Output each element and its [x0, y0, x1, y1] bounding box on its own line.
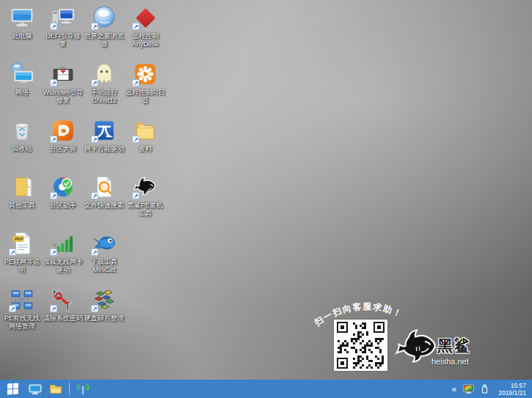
shortcut-arrow-icon: ↗ [132, 192, 139, 199]
shortcut-arrow-icon: ↗ [50, 192, 57, 199]
desktop-icon-network[interactable]: 网络 [1, 61, 43, 117]
heisha-logo-text: 黑鲨 [437, 336, 471, 356]
partition-assistant-icon: ↗ [50, 174, 76, 200]
desktop-icon-this-pc[interactable]: 此电脑 [1, 4, 43, 61]
desktop-icon-recycle-bin[interactable]: 回收站 [1, 117, 43, 174]
boot-repair-toolbox-icon: ↗ [50, 61, 76, 87]
icon-label: UEFI引导修复 [43, 32, 84, 48]
shortcut-arrow-icon: ↗ [91, 305, 98, 312]
pe-desktop-screen: 此电脑 ↗ UEFI引导修复 ↗ 世界之窗浏览器 ↗ 远程控制AnyDesk [0, 0, 532, 398]
display-resolution-icon [463, 383, 474, 394]
heisha-site-text: heisha.net [431, 357, 469, 366]
desktop-icon-world-browser[interactable]: ↗ 世界之窗浏览器 [84, 4, 125, 61]
shortcut-arrow-icon: ↗ [50, 136, 57, 143]
icon-label: 黑鲨PE装机工具 [125, 202, 166, 218]
icon-label: 手动运行Ghost12 [84, 89, 125, 105]
quicklaunch-explorer-button[interactable] [45, 380, 66, 398]
shortcut-arrow-icon: ↗ [91, 23, 98, 30]
qr-finder-icon [337, 358, 348, 369]
wan-driver-icon: ↗ [91, 117, 117, 144]
icon-label: 远程控制AnyDesk [125, 32, 166, 48]
start-button[interactable] [0, 380, 25, 398]
shortcut-arrow-icon: ↗ [91, 136, 98, 143]
desktop-icon-diskgenius[interactable]: ↗ 分区大师 [43, 117, 84, 174]
shortcut-arrow-icon: ↗ [91, 79, 98, 86]
desktop-icon-clear-password[interactable]: NT ↗ 清除系统密码 [43, 287, 84, 343]
display-settings-tray-button[interactable] [463, 383, 474, 394]
desktop-icon-miniget[interactable]: ↗ 下载工具MiniGet [84, 230, 125, 287]
desktop-icon-pe-network-manager[interactable]: ↗ PE有线无线网络管理 [1, 287, 43, 343]
icon-label: 加载无线网卡驱动 [43, 258, 84, 274]
computer-icon [9, 4, 35, 31]
shortcut-arrow-icon: ↗ [132, 79, 139, 86]
desktop-icon-heisha-pe-installer[interactable]: ↗ 黑鲨PE装机工具 [125, 174, 166, 230]
qr-finder-icon [337, 322, 348, 333]
desktop-icon-uefi-repair[interactable]: ↗ UEFI引导修复 [43, 4, 84, 61]
desktop-icon-file-search[interactable]: ↗ 文件快速搜索 [84, 174, 125, 230]
desktop-icon-other-tools[interactable]: 其他工具 [1, 174, 43, 230]
recycle-bin-icon [9, 117, 35, 144]
open-folder-icon [9, 174, 35, 200]
shortcut-arrow-icon: ↗ [91, 192, 98, 199]
taskbar-clock[interactable]: 15:57 2019/1/21 [495, 382, 526, 397]
shortcut-arrow-icon: ↗ [9, 305, 16, 312]
quicklaunch-computer-button[interactable] [25, 380, 45, 398]
icon-label: 下载工具MiniGet [84, 258, 125, 274]
svg-text:PDF: PDF [15, 237, 23, 241]
desktop-icon-nic-universal-driver[interactable]: ↗ 网卡万能驱动 [84, 117, 125, 174]
ghost-icon: ↗ [91, 61, 117, 87]
network-manage-icon: ↗ [9, 287, 35, 313]
desktop-icon-grid: 此电脑 ↗ UEFI引导修复 ↗ 世界之窗浏览器 ↗ 远程控制AnyDesk [1, 4, 166, 343]
clock-time: 15:57 [511, 382, 526, 389]
icon-label: 其他工具 [9, 202, 35, 210]
tray-expand-chevron[interactable]: « [450, 385, 458, 394]
desktop-icon-anydesk[interactable]: ↗ 远程控制AnyDesk [125, 4, 166, 61]
shortcut-arrow-icon: ↗ [50, 23, 57, 30]
desktop-icon-sunlogin[interactable]: ↗ 远程控制向日葵 [125, 61, 166, 117]
anydesk-icon: ↗ [132, 4, 158, 31]
defrag-icon: ↗ [91, 287, 117, 313]
icon-label: 远程控制向日葵 [125, 89, 166, 105]
miniget-fish-icon: ↗ [91, 230, 117, 257]
uefi-repair-icon: ↗ [50, 4, 76, 31]
shortcut-arrow-icon: ↗ [132, 23, 139, 30]
icon-label: 分区大师 [50, 145, 76, 153]
desktop-icon-disk-defrag[interactable]: ↗ 硬盘碎片整理 [84, 287, 125, 343]
icon-label: 网络 [15, 89, 29, 97]
icon-label: Widnows引导修复 [43, 89, 84, 105]
desktop-icon-pe-network-readme[interactable]: PDF ↗ PE联网等说明 [1, 230, 43, 287]
wireless-tool-button[interactable] [73, 380, 93, 398]
icon-label: 清除系统密码 [43, 314, 83, 323]
sunlogin-icon: ↗ [132, 61, 158, 87]
folder-icon [49, 383, 62, 396]
icon-label: 世界之窗浏览器 [84, 32, 125, 48]
heisha-shark-icon: ↗ [132, 174, 158, 200]
shortcut-arrow-icon: ↗ [50, 79, 57, 86]
network-icon [9, 61, 35, 87]
icon-label: 此电脑 [12, 32, 32, 40]
icon-label: 文件快速搜索 [84, 202, 124, 210]
usb-device-icon [479, 383, 490, 394]
icon-label: PE有线无线网络管理 [1, 314, 43, 331]
icon-label: 网卡万能驱动 [84, 145, 124, 153]
wifi-signal-bars-icon: ↗ [50, 230, 76, 257]
desktop-icon-data-folder[interactable]: ↗ 资料 [125, 117, 166, 174]
desktop-icon-windows-boot-repair[interactable]: ↗ Widnows引导修复 [43, 61, 84, 117]
file-search-icon: ↗ [91, 174, 117, 200]
taskbar-separator [69, 383, 70, 395]
windows-logo-icon [7, 383, 18, 394]
desktop-icon-load-wifi-driver[interactable]: ↗ 加载无线网卡驱动 [43, 230, 84, 287]
icon-label: 硬盘碎片整理 [84, 314, 124, 323]
folder-icon: ↗ [132, 117, 158, 144]
clock-date: 2019/1/21 [498, 389, 526, 397]
icon-label: 分区助手 [50, 202, 76, 210]
shortcut-arrow-icon: ↗ [9, 248, 16, 256]
desktop-icon-ghost12[interactable]: ↗ 手动运行Ghost12 [84, 61, 125, 117]
shortcut-arrow-icon: ↗ [50, 248, 57, 256]
diskgenius-icon: ↗ [50, 117, 76, 144]
system-tray: « 15:57 2019/1/21 [450, 380, 532, 398]
desktop-icon-partition-assistant[interactable]: ↗ 分区助手 [43, 174, 84, 230]
empty-cell [125, 230, 166, 287]
computer-icon [29, 383, 42, 396]
usb-tray-button[interactable] [479, 383, 490, 394]
